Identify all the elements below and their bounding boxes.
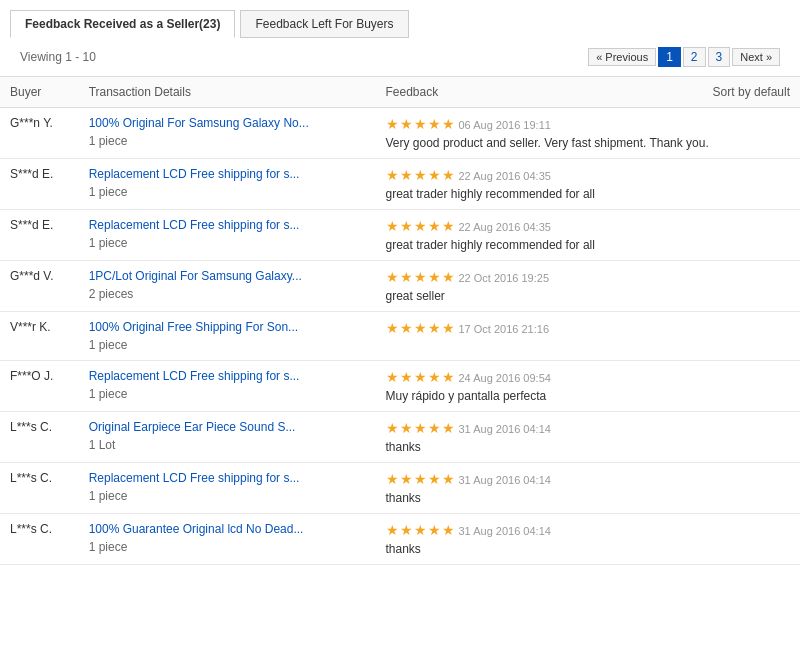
star-filled: ★ bbox=[386, 269, 399, 285]
feedback-text: thanks bbox=[386, 491, 791, 505]
top-bar: Viewing 1 - 10 « Previous 1 2 3 Next » bbox=[0, 38, 800, 76]
transaction-cell: Replacement LCD Free shipping for s...1 … bbox=[79, 210, 376, 261]
star-filled: ★ bbox=[442, 116, 455, 132]
table-row: L***s C.Original Earpiece Ear Piece Soun… bbox=[0, 412, 800, 463]
star-filled: ★ bbox=[414, 522, 427, 538]
quantity: 1 piece bbox=[89, 185, 366, 199]
feedback-cell: ★★★★★22 Aug 2016 04:35great trader highl… bbox=[376, 159, 801, 210]
star-filled: ★ bbox=[428, 420, 441, 436]
star-filled: ★ bbox=[386, 369, 399, 385]
buyer-name: L***s C. bbox=[10, 420, 52, 434]
feedback-table-wrapper: Buyer Transaction Details Feedback Sort … bbox=[0, 76, 800, 565]
buyer-name: L***s C. bbox=[10, 471, 52, 485]
star-filled: ★ bbox=[414, 269, 427, 285]
page-3[interactable]: 3 bbox=[708, 47, 731, 67]
star-filled: ★ bbox=[428, 269, 441, 285]
star-filled: ★ bbox=[386, 218, 399, 234]
transaction-link[interactable]: 1PC/Lot Original For Samsung Galaxy... bbox=[89, 269, 302, 283]
star-filled: ★ bbox=[386, 320, 399, 336]
quantity: 1 piece bbox=[89, 540, 366, 554]
col-transaction: Transaction Details bbox=[79, 77, 376, 108]
feedback-date: 31 Aug 2016 04:14 bbox=[459, 525, 551, 537]
table-row: V***r K.100% Original Free Shipping For … bbox=[0, 312, 800, 361]
transaction-cell: 100% Guarantee Original lcd No Dead...1 … bbox=[79, 514, 376, 565]
star-filled: ★ bbox=[414, 167, 427, 183]
feedback-text: thanks bbox=[386, 542, 791, 556]
star-filled: ★ bbox=[414, 116, 427, 132]
col-feedback: Feedback bbox=[376, 77, 557, 108]
star-filled: ★ bbox=[442, 471, 455, 487]
col-buyer: Buyer bbox=[0, 77, 79, 108]
star-filled: ★ bbox=[400, 218, 413, 234]
feedback-date: 22 Oct 2016 19:25 bbox=[459, 272, 550, 284]
transaction-link[interactable]: Replacement LCD Free shipping for s... bbox=[89, 369, 300, 383]
star-rating: ★★★★★ bbox=[386, 269, 455, 285]
star-filled: ★ bbox=[400, 522, 413, 538]
table-row: F***O J.Replacement LCD Free shipping fo… bbox=[0, 361, 800, 412]
buyer-name: S***d E. bbox=[10, 167, 53, 181]
buyer-cell: V***r K. bbox=[0, 312, 79, 361]
feedback-cell: ★★★★★24 Aug 2016 09:54Muy rápido y panta… bbox=[376, 361, 801, 412]
viewing-info: Viewing 1 - 10 bbox=[10, 42, 106, 72]
star-rating: ★★★★★ bbox=[386, 320, 455, 336]
transaction-link[interactable]: Replacement LCD Free shipping for s... bbox=[89, 167, 300, 181]
table-row: S***d E.Replacement LCD Free shipping fo… bbox=[0, 210, 800, 261]
feedback-date: 22 Aug 2016 04:35 bbox=[459, 170, 551, 182]
transaction-cell: 100% Original Free Shipping For Son...1 … bbox=[79, 312, 376, 361]
star-filled: ★ bbox=[414, 320, 427, 336]
transaction-cell: Original Earpiece Ear Piece Sound S...1 … bbox=[79, 412, 376, 463]
star-filled: ★ bbox=[414, 471, 427, 487]
star-filled: ★ bbox=[442, 522, 455, 538]
star-filled: ★ bbox=[386, 116, 399, 132]
next-button[interactable]: Next » bbox=[732, 48, 780, 66]
page-2[interactable]: 2 bbox=[683, 47, 706, 67]
star-rating: ★★★★★ bbox=[386, 167, 455, 183]
buyer-cell: S***d E. bbox=[0, 159, 79, 210]
buyer-name: V***r K. bbox=[10, 320, 51, 334]
feedback-cell: ★★★★★06 Aug 2016 19:11Very good product … bbox=[376, 108, 801, 159]
star-filled: ★ bbox=[442, 320, 455, 336]
quantity: 1 piece bbox=[89, 134, 366, 148]
table-row: G***d V.1PC/Lot Original For Samsung Gal… bbox=[0, 261, 800, 312]
prev-button[interactable]: « Previous bbox=[588, 48, 656, 66]
star-filled: ★ bbox=[428, 167, 441, 183]
star-filled: ★ bbox=[386, 420, 399, 436]
feedback-text: thanks bbox=[386, 440, 791, 454]
buyer-cell: G***d V. bbox=[0, 261, 79, 312]
transaction-link[interactable]: Replacement LCD Free shipping for s... bbox=[89, 471, 300, 485]
transaction-link[interactable]: 100% Original For Samsung Galaxy No... bbox=[89, 116, 309, 130]
star-filled: ★ bbox=[428, 320, 441, 336]
star-filled: ★ bbox=[428, 471, 441, 487]
star-filled: ★ bbox=[442, 218, 455, 234]
star-filled: ★ bbox=[442, 167, 455, 183]
buyer-cell: S***d E. bbox=[0, 210, 79, 261]
star-filled: ★ bbox=[414, 218, 427, 234]
star-filled: ★ bbox=[400, 320, 413, 336]
star-filled: ★ bbox=[428, 369, 441, 385]
transaction-link[interactable]: 100% Original Free Shipping For Son... bbox=[89, 320, 298, 334]
feedback-date: 31 Aug 2016 04:14 bbox=[459, 423, 551, 435]
quantity: 2 pieces bbox=[89, 287, 366, 301]
feedback-date: 06 Aug 2016 19:11 bbox=[459, 119, 551, 131]
buyer-cell: L***s C. bbox=[0, 514, 79, 565]
sort-label[interactable]: Sort by default bbox=[557, 77, 800, 108]
tab-left[interactable]: Feedback Left For Buyers bbox=[240, 10, 408, 38]
feedback-text: Muy rápido y pantalla perfecta bbox=[386, 389, 791, 403]
feedback-table: Buyer Transaction Details Feedback Sort … bbox=[0, 76, 800, 565]
feedback-cell: ★★★★★31 Aug 2016 04:14thanks bbox=[376, 463, 801, 514]
feedback-text: great trader highly recommended for all bbox=[386, 187, 791, 201]
transaction-link[interactable]: 100% Guarantee Original lcd No Dead... bbox=[89, 522, 304, 536]
feedback-text: Very good product and seller. Very fast … bbox=[386, 136, 791, 150]
star-filled: ★ bbox=[400, 471, 413, 487]
tab-received[interactable]: Feedback Received as a Seller(23) bbox=[10, 10, 235, 38]
feedback-date: 17 Oct 2016 21:16 bbox=[459, 323, 550, 335]
transaction-link[interactable]: Replacement LCD Free shipping for s... bbox=[89, 218, 300, 232]
star-filled: ★ bbox=[400, 116, 413, 132]
transaction-link[interactable]: Original Earpiece Ear Piece Sound S... bbox=[89, 420, 296, 434]
page-1[interactable]: 1 bbox=[658, 47, 681, 67]
star-rating: ★★★★★ bbox=[386, 522, 455, 538]
transaction-cell: 100% Original For Samsung Galaxy No...1 … bbox=[79, 108, 376, 159]
buyer-cell: L***s C. bbox=[0, 412, 79, 463]
buyer-name: L***s C. bbox=[10, 522, 52, 536]
star-filled: ★ bbox=[386, 167, 399, 183]
